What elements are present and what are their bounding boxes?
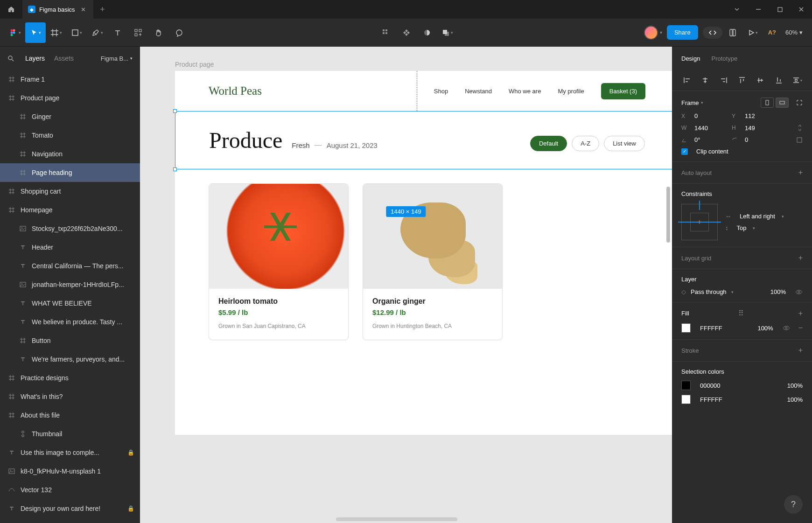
x-input[interactable]: 0 bbox=[694, 112, 727, 119]
layer-row[interactable]: Use this image to comple...🔒 bbox=[0, 443, 140, 462]
lock-icon[interactable]: 🔒 bbox=[127, 449, 134, 456]
layer-row[interactable]: Frame 1 bbox=[0, 70, 140, 89]
add-layout-grid-icon[interactable]: + bbox=[798, 254, 803, 262]
prototype-tab[interactable]: Prototype bbox=[711, 55, 737, 62]
comment-tool[interactable] bbox=[169, 22, 189, 43]
align-right-icon[interactable] bbox=[716, 74, 731, 87]
align-center-h-icon[interactable] bbox=[698, 74, 712, 87]
pen-tool[interactable]: ▾ bbox=[87, 22, 107, 43]
page-selector[interactable]: Figma B...▾ bbox=[101, 55, 133, 62]
independent-corners-icon[interactable] bbox=[796, 137, 803, 143]
layer-row[interactable]: Button bbox=[0, 331, 140, 350]
library-icon[interactable] bbox=[722, 22, 743, 43]
selection-color-swatch[interactable] bbox=[681, 381, 691, 390]
layer-row[interactable]: We believe in produce. Tasty ... bbox=[0, 313, 140, 331]
mask-icon[interactable] bbox=[417, 22, 437, 43]
product-card-tomato[interactable]: Heirloom tomato $5.99 / lb Grown in San … bbox=[209, 183, 349, 340]
layer-row[interactable]: Practice designs bbox=[0, 369, 140, 387]
selection-color-hex[interactable]: 000000 bbox=[700, 382, 720, 389]
window-close-button[interactable] bbox=[791, 0, 812, 19]
add-fill-icon[interactable]: + bbox=[798, 309, 803, 318]
missing-fonts-icon[interactable]: A? bbox=[763, 29, 781, 36]
home-button[interactable] bbox=[0, 6, 22, 13]
blend-mode-dropdown[interactable]: Pass through bbox=[691, 288, 727, 295]
orientation-portrait-icon[interactable] bbox=[761, 98, 774, 108]
layer-row[interactable]: About this file bbox=[0, 406, 140, 425]
search-icon[interactable] bbox=[7, 55, 14, 62]
clip-content-checkbox[interactable]: ✓ bbox=[681, 148, 688, 155]
layer-row[interactable]: Product page bbox=[0, 89, 140, 107]
lock-icon[interactable]: 🔒 bbox=[127, 505, 134, 512]
rotation-input[interactable]: 0° bbox=[694, 136, 727, 143]
remove-fill-icon[interactable]: − bbox=[798, 324, 803, 332]
present-button[interactable]: ▾ bbox=[743, 22, 763, 43]
boolean-union-icon[interactable]: ▾ bbox=[437, 22, 458, 43]
align-center-v-icon[interactable] bbox=[753, 74, 768, 87]
layer-row[interactable]: Shopping cart bbox=[0, 182, 140, 201]
layer-row[interactable]: WHAT WE BELIEVE bbox=[0, 294, 140, 313]
width-input[interactable]: 1440 bbox=[694, 125, 727, 132]
main-menu-button[interactable]: ▾ bbox=[5, 22, 25, 43]
orientation-landscape-icon[interactable] bbox=[776, 98, 789, 108]
window-maximize-button[interactable] bbox=[769, 0, 791, 19]
layer-visibility-icon[interactable] bbox=[795, 289, 803, 295]
layer-row[interactable]: Vector 132 bbox=[0, 481, 140, 499]
layer-row[interactable]: Thumbnail bbox=[0, 425, 140, 443]
distribute-icon[interactable]: ▾ bbox=[790, 74, 805, 87]
close-tab-icon[interactable]: ✕ bbox=[79, 6, 88, 13]
canvas-scrollbar-horizontal[interactable] bbox=[336, 517, 457, 521]
fill-visibility-icon[interactable] bbox=[783, 325, 790, 331]
align-top-icon[interactable] bbox=[735, 74, 749, 87]
canvas-scrollbar-vertical[interactable] bbox=[666, 187, 670, 243]
selected-page-heading[interactable]: Produce Fresh — August 21, 2023 Default … bbox=[175, 111, 672, 169]
align-bottom-icon[interactable] bbox=[771, 74, 786, 87]
avatar-chevron-icon[interactable]: ▾ bbox=[660, 30, 662, 35]
component-insert-icon[interactable] bbox=[376, 22, 396, 43]
constraint-v-dropdown[interactable]: Top bbox=[737, 224, 747, 231]
layer-row[interactable]: We're farmers, purveyors, and... bbox=[0, 350, 140, 369]
height-input[interactable]: 149 bbox=[745, 125, 777, 132]
layer-row[interactable]: Ginger bbox=[0, 107, 140, 126]
y-input[interactable]: 112 bbox=[745, 112, 777, 119]
layer-row[interactable]: Tomato bbox=[0, 126, 140, 145]
text-tool[interactable] bbox=[107, 22, 128, 43]
help-button[interactable]: ? bbox=[784, 495, 803, 514]
user-avatar[interactable] bbox=[644, 26, 658, 40]
constrain-proportions-icon[interactable] bbox=[797, 124, 803, 132]
share-button[interactable]: Share bbox=[667, 25, 698, 40]
design-frame-product-page[interactable]: World Peas Shop Newstand Who we are My p… bbox=[175, 71, 672, 435]
selection-handle[interactable] bbox=[173, 109, 177, 113]
shape-tool[interactable]: ▾ bbox=[66, 22, 87, 43]
file-tab[interactable]: ◆ Figma basics ✕ bbox=[22, 0, 93, 19]
layer-row[interactable]: Homepage bbox=[0, 201, 140, 219]
dev-mode-toggle[interactable] bbox=[703, 27, 722, 39]
add-auto-layout-icon[interactable]: + bbox=[798, 168, 803, 177]
layer-opacity-input[interactable]: 100% bbox=[770, 288, 786, 295]
layer-row[interactable]: k8-0_fkPHulv-M-unsplash 1 bbox=[0, 462, 140, 481]
window-dropdown-icon[interactable] bbox=[726, 0, 748, 19]
new-tab-button[interactable]: + bbox=[93, 5, 112, 14]
constraints-diagram[interactable]: + bbox=[681, 204, 718, 240]
layer-row[interactable]: Navigation bbox=[0, 145, 140, 163]
layer-row[interactable]: Page heading bbox=[0, 163, 140, 182]
layer-row[interactable]: Design your own card here!🔒 bbox=[0, 499, 140, 518]
selection-color-swatch[interactable] bbox=[681, 395, 691, 404]
zoom-dropdown[interactable]: 60%▾ bbox=[781, 29, 807, 36]
fill-opacity-input[interactable]: 100% bbox=[757, 325, 773, 332]
align-left-icon[interactable] bbox=[679, 74, 694, 87]
layer-row[interactable]: Central California — The pers... bbox=[0, 257, 140, 275]
layers-tab[interactable]: Layers bbox=[25, 55, 45, 62]
fill-swatch[interactable] bbox=[681, 323, 691, 333]
fill-styles-icon[interactable]: ⠿ bbox=[738, 309, 744, 318]
assets-tab[interactable]: Assets bbox=[54, 55, 74, 62]
layer-row[interactable]: Header bbox=[0, 238, 140, 257]
resources-tool[interactable] bbox=[128, 22, 148, 43]
add-stroke-icon[interactable]: + bbox=[798, 346, 803, 355]
window-minimize-button[interactable] bbox=[748, 0, 769, 19]
selection-color-opacity[interactable]: 100% bbox=[787, 396, 803, 403]
frame-type-dropdown[interactable]: Frame ▾ bbox=[681, 99, 703, 106]
layer-row[interactable]: jonathan-kemper-1HHrdIoLFp... bbox=[0, 275, 140, 294]
frame-label[interactable]: Product page bbox=[175, 61, 214, 68]
layer-row[interactable]: Stocksy_txp226f62b2aNe300... bbox=[0, 219, 140, 238]
hand-tool[interactable] bbox=[148, 22, 169, 43]
